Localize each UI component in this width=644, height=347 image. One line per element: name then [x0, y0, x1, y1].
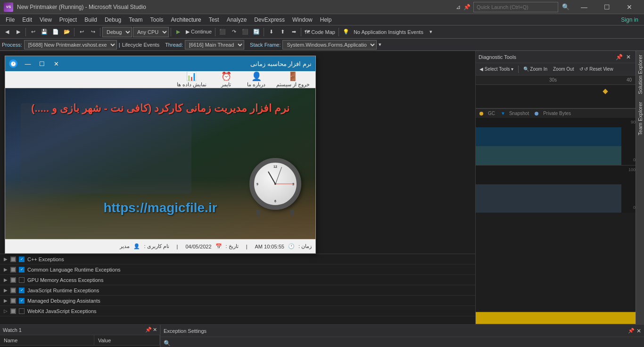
start-btn[interactable]: ▶	[173, 27, 183, 37]
exc-cpp-label: C++ Exceptions	[27, 256, 64, 262]
menu-test[interactable]: Test	[205, 14, 223, 25]
menu-help[interactable]: Help	[316, 14, 336, 25]
menu-tools[interactable]: Tools	[147, 14, 167, 25]
zoom-out-btn[interactable]: Zoom Out	[551, 65, 576, 74]
exc-gpu-square	[10, 277, 16, 283]
snapshot-arrow: ▼	[501, 111, 505, 116]
exc-gpu-check[interactable]	[19, 277, 25, 283]
app-minimize-btn[interactable]: —	[21, 57, 34, 70]
breakpoint-btn[interactable]: ⬛	[217, 27, 228, 37]
team-explorer-label[interactable]: Team Explorer	[636, 98, 644, 139]
lifecycle-events[interactable]: Lifecycle Events	[122, 42, 159, 48]
diag-close-btn[interactable]: ✕	[624, 53, 633, 61]
exc-gpu-square-inner	[11, 278, 15, 282]
menu-project[interactable]: Project	[56, 14, 81, 25]
sign-in-button[interactable]: Sign in	[617, 14, 642, 25]
hour-hand	[268, 172, 276, 184]
redo-btn[interactable]: ↪	[88, 27, 98, 37]
menu-build[interactable]: Build	[81, 14, 101, 25]
watch-pin-btn[interactable]: 📌	[145, 327, 152, 333]
date-label: تاریخ :	[226, 243, 239, 249]
debug-mode-dropdown[interactable]: Debug	[102, 27, 132, 37]
yellow-strip	[476, 312, 636, 324]
calendar-icon: 📅	[215, 243, 222, 249]
menu-team[interactable]: Team	[125, 14, 146, 25]
restart-btn[interactable]: 🔄	[251, 27, 262, 37]
maximize-button[interactable]: ☐	[596, 0, 618, 14]
exc-cpp-square	[10, 256, 16, 262]
close-button[interactable]: ✕	[619, 0, 640, 14]
exc-webkit[interactable]: ▷ WebKit JavaScript Exceptions	[0, 306, 475, 316]
app-menu-about[interactable]: 👤 درباره ما	[242, 70, 271, 89]
chart-2-max: 100	[628, 167, 636, 172]
menu-edit[interactable]: Edit	[18, 14, 36, 25]
menu-analyze[interactable]: Analyze	[223, 14, 251, 25]
sep1	[25, 28, 26, 36]
reset-view-btn[interactable]: ↺ ↺ Reset View	[578, 65, 615, 74]
app-maximize-btn[interactable]: ☐	[35, 57, 49, 70]
app-url-text: https://magicfile.ir	[5, 200, 315, 215]
step-out-btn[interactable]: ⬆	[277, 27, 288, 37]
menu-file[interactable]: File	[2, 14, 18, 25]
exc-webkit-check[interactable]	[19, 308, 25, 314]
forward-btn[interactable]: ▶	[13, 27, 24, 37]
center-area: 🕐 — ☐ ✕ نرم افزار محاسبه زمانی 🚪 خروج از…	[0, 51, 475, 324]
exc-gpu[interactable]: ▶ GPU Memory Access Exceptions	[0, 275, 475, 285]
app-menu-exit[interactable]: 🚪 خروج از سیستم	[272, 70, 314, 89]
app-menu-timer[interactable]: ⏰ تایمر	[212, 70, 240, 89]
save-btn[interactable]: 💾	[39, 27, 50, 37]
continue-btn[interactable]: ▶ Continue	[184, 27, 213, 37]
chart-1-max: 90	[631, 120, 636, 124]
solution-explorer-label[interactable]: Solution Explorer	[636, 51, 644, 98]
exc-right-close[interactable]: ✕	[636, 328, 641, 334]
app-menu-show-data[interactable]: 📊 نمایش داده ها	[173, 70, 210, 89]
step-over-btn[interactable]: ↷	[229, 27, 239, 37]
step-next-btn[interactable]: ➡	[289, 27, 299, 37]
refresh-btn[interactable]: ↩	[28, 27, 38, 37]
undo-btn[interactable]: ↩	[76, 27, 87, 37]
chart-2: 100 0	[476, 165, 636, 312]
insights-label[interactable]: No Application Insights Events	[352, 27, 425, 37]
minimize-button[interactable]: —	[573, 0, 595, 14]
timer-label: تایمر	[221, 82, 231, 88]
exc-cpp[interactable]: ▶ ✓ C++ Exceptions	[0, 254, 475, 264]
stop-btn[interactable]: ⬛	[240, 27, 250, 37]
exc-clr-check[interactable]: ✓	[19, 267, 25, 273]
exc-mda-label: Managed Debugging Assistants	[27, 298, 100, 304]
menu-debug[interactable]: Debug	[101, 14, 125, 25]
process-dropdown[interactable]: [5688] New Printmaker.vshost.exe	[24, 40, 117, 50]
zoom-in-btn[interactable]: 🔍 Zoom In	[521, 65, 549, 74]
exc-cpp-check[interactable]: ✓	[19, 256, 25, 262]
thread-dropdown[interactable]: [6616] Main Thread	[185, 40, 244, 50]
watch-close-btn[interactable]: ✕	[153, 327, 157, 333]
exc-search-input[interactable]	[173, 340, 641, 346]
menu-devexpress[interactable]: DevExpress	[250, 14, 289, 25]
insights-icon[interactable]: 💡	[341, 27, 351, 37]
diag-pin-btn[interactable]: 📌	[615, 53, 623, 61]
app-close-btn[interactable]: ✕	[50, 57, 63, 70]
new-btn[interactable]: 📄	[50, 27, 61, 37]
select-tools-btn[interactable]: ◀ Select Tools ▾	[478, 65, 515, 74]
cpu-dropdown[interactable]: Any CPU	[133, 27, 169, 37]
ruler-label-40: 40	[627, 77, 632, 83]
exc-webkit-square-inner	[11, 309, 15, 313]
exc-mda[interactable]: ▶ ✓ Managed Debugging Assistants	[0, 296, 475, 306]
step-in-btn[interactable]: ⬇	[266, 27, 276, 37]
exc-clr[interactable]: ▶ ✓ Common Language Runtime Exceptions	[0, 264, 475, 275]
back-btn[interactable]: ◀	[2, 27, 12, 37]
menu-view[interactable]: View	[36, 14, 56, 25]
exc-js-check[interactable]: ✓	[19, 288, 25, 293]
exc-right-pin[interactable]: 📌	[628, 328, 635, 334]
stack-dropdown[interactable]: System.Windows.Forms.Application.Com...	[282, 40, 377, 50]
insights-dropdown[interactable]: ▾	[426, 27, 436, 37]
menu-architecture[interactable]: Architecture	[167, 14, 205, 25]
code-map-btn[interactable]: 🗺 Code Map	[303, 27, 337, 37]
exc-mda-check[interactable]: ✓	[19, 298, 25, 304]
thread-label: Thread:	[165, 42, 183, 48]
app-content: 12 6 3 9 نرم افزار مدیریت زم	[5, 88, 315, 239]
menu-window[interactable]: Window	[289, 14, 316, 25]
data-icon: 📊	[186, 71, 197, 82]
quick-launch-input[interactable]	[473, 2, 558, 12]
open-btn[interactable]: 📂	[62, 27, 72, 37]
exc-js[interactable]: ▶ ✓ JavaScript Runtime Exceptions	[0, 285, 475, 296]
